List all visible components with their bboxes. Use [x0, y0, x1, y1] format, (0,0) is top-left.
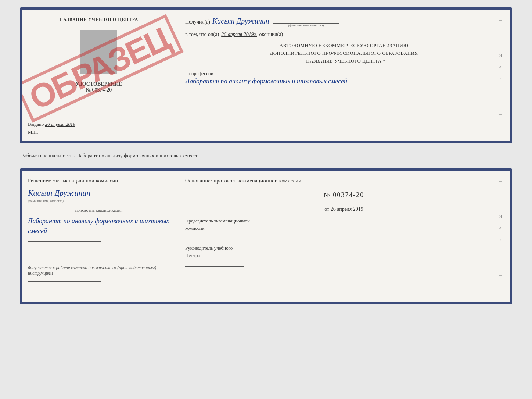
b-vline-1: – — [499, 178, 504, 184]
b-vline-4: – — [499, 249, 504, 254]
vydano-date: 26 апреля 2019 — [45, 121, 75, 127]
vline-2: – — [499, 29, 504, 35]
person-name: Касьян Дружинин — [28, 188, 90, 197]
completion-date: 26 апреля 2019г. — [221, 32, 257, 38]
cert-number: № 00374-20 — [28, 87, 170, 93]
mp-line: М.П. — [28, 129, 170, 135]
b-vline-arrow: ← — [499, 237, 504, 243]
vtom-line: в том, что он(а) 26 апреля 2019г. окончи… — [185, 32, 503, 38]
vydano-label: Выдано — [28, 121, 44, 127]
vtom-label: в том, что он(а) — [185, 32, 219, 38]
predsedatel-line2: комиссии — [185, 225, 503, 232]
protocol-number: № 00374-20 — [185, 191, 503, 199]
rukovoditel-line2: Центра — [185, 252, 503, 259]
bottom-doc-left-panel: Решением экзаменационной комиссии Касьян… — [22, 171, 176, 302]
kvali-name: Лаборантт по анализу формовочных и шихто… — [28, 216, 170, 236]
dopuskaetsya-text: допускается к работе согласно должностны… — [28, 265, 170, 276]
bottom-document-card: Решением экзаменационной комиссии Касьян… — [20, 168, 512, 304]
ot-label: от — [324, 206, 329, 212]
org-line2: ДОПОЛНИТЕЛЬНОГО ПРОФЕССИОНАЛЬНОГО ОБРАЗО… — [185, 50, 503, 57]
vydano-line: Выдано 26 апреля 2019 — [28, 121, 170, 127]
b-vline-5: – — [499, 260, 504, 266]
signature-line-2 — [28, 249, 101, 249]
ot-date-block: от 26 апреля 2019 — [185, 206, 503, 212]
bottom-fio-label: (фамилия, имя, отчество) — [28, 199, 170, 203]
fio-label: (фамилия, имя, отчество) — [288, 24, 324, 27]
kvali-label: присвоена квалификация — [28, 208, 170, 213]
ot-date-value: 26 апреля 2019 — [331, 206, 363, 212]
okonchil-label: окончил(а) — [259, 32, 283, 38]
top-doc-right-panel: Получил(а) Касьян Дружинин (фамилия, имя… — [176, 10, 510, 141]
vline-5: – — [499, 99, 504, 105]
dash-separator: – — [343, 19, 345, 25]
osnovanie-title: Основание: протокол экзаменационной коми… — [185, 178, 503, 184]
b-vline-2: – — [499, 190, 504, 196]
signature-line-3 — [28, 257, 101, 257]
cert-label: УДОСТОВЕРЕНИЕ — [28, 81, 170, 87]
signature-line-4 — [28, 281, 101, 282]
bottom-doc-right-panel: Основание: протокол экзаменационной коми… — [176, 171, 510, 302]
poluchil-line: Получил(а) Касьян Дружинин (фамилия, имя… — [185, 17, 503, 27]
b-vline-i: и — [499, 213, 504, 219]
documents-container: НАЗВАНИЕ УЧЕБНОГО ЦЕНТРА УДОСТОВЕРЕНИЕ №… — [20, 7, 512, 304]
org-block: АВТОНОМНУЮ НЕКОММЕРЧЕСКУЮ ОРГАНИЗАЦИЮ ДО… — [185, 42, 503, 65]
rukovoditel-block: Руководитель учебного Центра — [185, 245, 503, 267]
org-line1: АВТОНОМНУЮ НЕКОММЕРЧЕСКУЮ ОРГАНИЗАЦИЮ — [185, 42, 503, 50]
vline-3: – — [499, 40, 504, 46]
profession-name: Лаборантт по анализу формовочных и шихто… — [185, 76, 503, 86]
vline-6: – — [499, 111, 504, 117]
vline-i: и — [499, 52, 504, 58]
vline-arrow: ← — [499, 76, 504, 82]
profession-block: по профессии Лаборантт по анализу формов… — [185, 71, 503, 86]
b-vline-a: а — [499, 225, 504, 231]
vline-1: – — [499, 17, 504, 23]
rukovoditel-line1: Руководитель учебного — [185, 245, 503, 252]
vline-a: а — [499, 64, 504, 70]
top-doc-left-panel: НАЗВАНИЕ УЧЕБНОГО ЦЕНТРА УДОСТОВЕРЕНИЕ №… — [22, 10, 176, 141]
poluchil-label: Получил(а) — [185, 19, 210, 25]
recipient-name: Касьян Дружинин — [212, 17, 269, 25]
person-name-block: Касьян Дружинин (фамилия, имя, отчество) — [28, 188, 170, 203]
decision-text: Решением экзаменационной комиссии — [28, 178, 170, 184]
vline-4: – — [499, 88, 504, 93]
right-decorative-lines: – – – и а ← – – – — [499, 17, 504, 117]
top-document-card: НАЗВАНИЕ УЧЕБНОГО ЦЕНТРА УДОСТОВЕРЕНИЕ №… — [20, 7, 512, 143]
dopuskaetsya-label: допускается к — [28, 265, 55, 270]
org-name: " НАЗВАНИЕ УЧЕБНОГО ЦЕНТРА " — [185, 57, 503, 65]
fio-block: (фамилия, имя, отчество) — [273, 23, 339, 27]
photo-placeholder — [80, 30, 117, 74]
separator-text: Рабочая специальность - Лаборант по анал… — [21, 150, 512, 162]
top-doc-title: НАЗВАНИЕ УЧЕБНОГО ЦЕНТРА — [28, 17, 170, 22]
signature-line-1 — [28, 241, 101, 242]
predsedatel-line1: Председатель экзаменационной — [185, 217, 503, 225]
b-vline-3: – — [499, 202, 504, 207]
profession-label: по профессии — [185, 71, 503, 76]
predsedatel-block: Председатель экзаменационной комиссии — [185, 217, 503, 239]
b-vline-6: – — [499, 272, 504, 278]
bottom-right-decorative-lines: – – – и а ← – – – — [499, 178, 504, 278]
